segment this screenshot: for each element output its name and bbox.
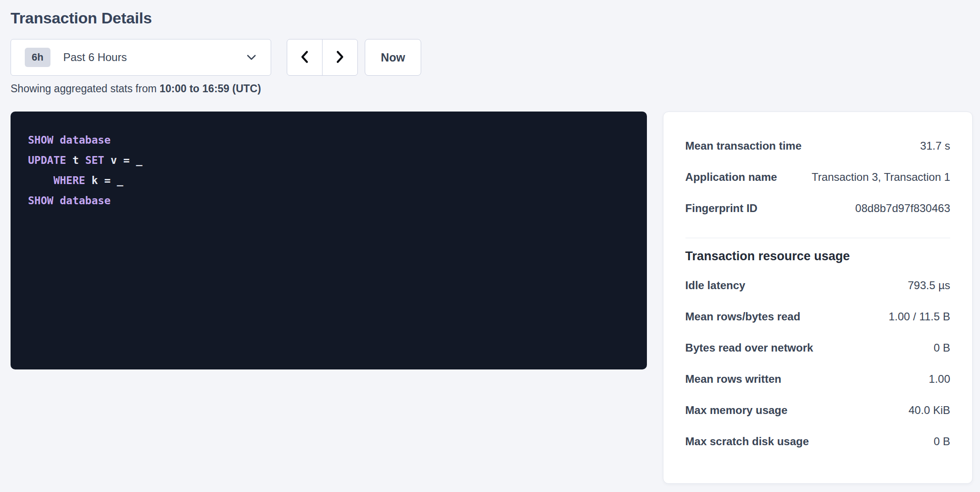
stat-label: Application name xyxy=(685,171,777,184)
sql-keyword: SHOW database xyxy=(28,195,111,207)
stat-row-fingerprint-id: Fingerprint ID 08d8b7d97f830463 xyxy=(685,193,950,224)
stat-value: Transaction 3, Transaction 1 xyxy=(812,171,950,184)
sql-keyword: SHOW database xyxy=(28,134,111,146)
now-button[interactable]: Now xyxy=(365,39,421,76)
chevron-right-icon xyxy=(334,50,346,66)
stat-value: 31.7 s xyxy=(920,140,950,152)
sql-text: k = _ xyxy=(85,174,123,186)
sql-line: SHOW database xyxy=(28,130,629,150)
time-range-selected-label: Past 6 Hours xyxy=(63,51,246,64)
page-title: Transaction Details xyxy=(11,9,973,27)
stat-value: 40.0 KiB xyxy=(908,404,950,417)
stat-label: Max memory usage xyxy=(685,404,788,417)
sql-line: WHERE k = _ xyxy=(28,170,629,190)
stat-row-mean-transaction-time: Mean transaction time 31.7 s xyxy=(685,130,950,162)
sql-keyword: WHERE xyxy=(28,174,85,186)
stat-row-application-name: Application name Transaction 3, Transact… xyxy=(685,162,950,193)
next-range-button[interactable] xyxy=(322,39,358,76)
stat-row-bytes-read-over-network: Bytes read over network 0 B xyxy=(685,332,950,363)
aggregation-period-text: Showing aggregated stats from 10:00 to 1… xyxy=(11,83,973,95)
sql-text: v = _ xyxy=(104,154,142,166)
stat-row-idle-latency: Idle latency 793.5 µs xyxy=(685,270,950,301)
time-range-nav xyxy=(287,39,358,76)
prev-range-button[interactable] xyxy=(287,39,323,76)
stat-row-mean-rows-bytes-read: Mean rows/bytes read 1.00 / 11.5 B xyxy=(685,301,950,332)
stat-label: Max scratch disk usage xyxy=(685,435,809,448)
stat-label: Mean rows written xyxy=(685,373,781,386)
stat-label: Mean rows/bytes read xyxy=(685,310,801,323)
stat-label: Idle latency xyxy=(685,279,746,292)
stat-label: Bytes read over network xyxy=(685,341,813,354)
chevron-down-icon xyxy=(246,54,257,61)
sql-statements-box: SHOW database UPDATE t SET v = _ WHERE k… xyxy=(11,112,647,369)
chevron-left-icon xyxy=(299,50,311,66)
stat-row-mean-rows-written: Mean rows written 1.00 xyxy=(685,363,950,395)
time-controls: 6h Past 6 Hours xyxy=(11,39,973,76)
sql-line: UPDATE t SET v = _ xyxy=(28,150,629,170)
stat-value: 1.00 / 11.5 B xyxy=(889,310,950,323)
stat-value: 0 B xyxy=(934,435,950,448)
sql-keyword: UPDATE xyxy=(28,154,66,166)
stat-label: Mean transaction time xyxy=(685,140,802,152)
aggregation-period-prefix: Showing aggregated stats from xyxy=(11,83,160,95)
sql-text: t xyxy=(66,154,85,166)
transaction-details-page: Transaction Details 6h Past 6 Hours xyxy=(0,0,980,484)
stat-value: 793.5 µs xyxy=(908,279,950,292)
time-range-dropdown[interactable]: 6h Past 6 Hours xyxy=(11,39,271,76)
sql-line: SHOW database xyxy=(28,190,629,211)
main-content: SHOW database UPDATE t SET v = _ WHERE k… xyxy=(11,112,973,484)
stat-row-max-memory-usage: Max memory usage 40.0 KiB xyxy=(685,395,950,426)
resource-usage-heading: Transaction resource usage xyxy=(685,249,950,263)
sql-keyword: SET xyxy=(85,154,105,166)
stat-value: 0 B xyxy=(934,341,950,354)
stat-row-max-scratch-disk-usage: Max scratch disk usage 0 B xyxy=(685,426,950,457)
time-range-badge: 6h xyxy=(25,48,50,67)
stat-value: 1.00 xyxy=(929,373,950,386)
transaction-details-card: Mean transaction time 31.7 s Application… xyxy=(663,112,973,484)
stat-value: 08d8b7d97f830463 xyxy=(855,202,950,215)
aggregation-period-range: 10:00 to 16:59 (UTC) xyxy=(160,83,261,95)
divider xyxy=(685,238,950,238)
stat-label: Fingerprint ID xyxy=(685,202,757,215)
